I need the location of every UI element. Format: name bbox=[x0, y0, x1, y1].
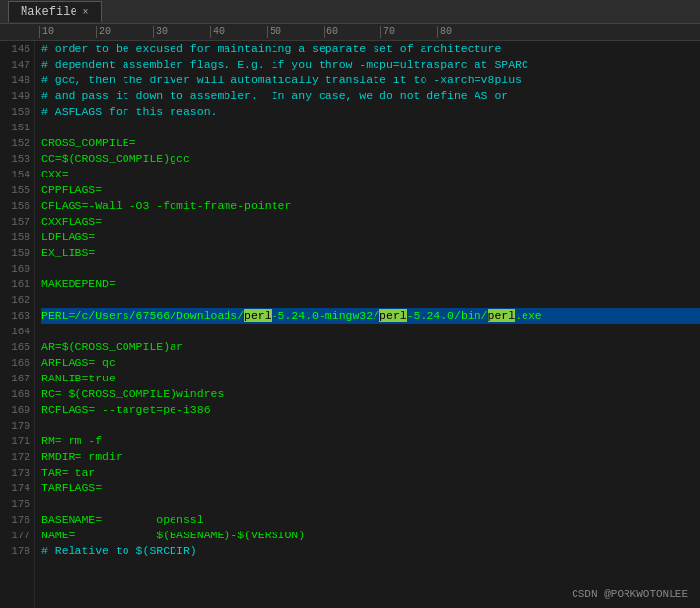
ruler-mark-50: 50 bbox=[267, 26, 324, 38]
code-line-167: RANLIB=true bbox=[41, 371, 700, 386]
code-line-156: CFLAGS=-Wall -O3 -fomit-frame-pointer bbox=[41, 198, 700, 214]
ruler-mark-20: 20 bbox=[96, 26, 153, 38]
line-number-147: 147 bbox=[4, 57, 30, 73]
line-number-148: 148 bbox=[4, 73, 30, 88]
code-line-157: CXXFLAGS= bbox=[41, 214, 700, 229]
code-line-158: LDFLAGS= bbox=[41, 229, 700, 245]
line-number-150: 150 bbox=[4, 104, 30, 120]
line-number-171: 171 bbox=[4, 433, 30, 449]
highlight-perl-3: perl bbox=[488, 309, 516, 322]
code-line-172: RMDIR= rmdir bbox=[41, 449, 700, 465]
code-line-162 bbox=[41, 292, 700, 308]
ruler-mark-30: 30 bbox=[153, 26, 210, 38]
code-line-178: # Relative to $(SRCDIR) bbox=[41, 543, 700, 559]
code-line-169: RCFLAGS= --target=pe-i386 bbox=[41, 402, 700, 418]
code-line-177: NAME= $(BASENAME)-$(VERSION) bbox=[41, 528, 700, 543]
code-line-168: RC= $(CROSS_COMPILE)windres bbox=[41, 386, 700, 402]
line-number-169: 169 bbox=[4, 402, 30, 418]
line-number-158: 158 bbox=[4, 229, 30, 245]
line-number-175: 175 bbox=[4, 496, 30, 512]
code-line-170 bbox=[41, 418, 700, 433]
line-number-178: 178 bbox=[4, 543, 30, 559]
line-number-177: 177 bbox=[4, 528, 30, 543]
line-number-173: 173 bbox=[4, 465, 30, 481]
ruler: 10 20 30 40 50 60 70 80 bbox=[0, 24, 700, 41]
code-line-175 bbox=[41, 496, 700, 512]
highlight-perl-1: perl bbox=[244, 309, 272, 322]
editor-wrapper: 1461471481491501511521531541551561571581… bbox=[0, 41, 700, 608]
code-line-147: # dependent assembler flags. E.g. if you… bbox=[41, 57, 700, 73]
line-number-160: 160 bbox=[4, 261, 30, 277]
code-area[interactable]: # order to be excused for maintaining a … bbox=[35, 41, 700, 608]
line-number-161: 161 bbox=[4, 277, 30, 292]
title-bar: Makefile × bbox=[0, 0, 700, 24]
code-line-163: PERL=/c/Users/67566/Downloads/perl-5.24.… bbox=[41, 308, 700, 324]
code-line-173: TAR= tar bbox=[41, 465, 700, 481]
code-line-146: # order to be excused for maintaining a … bbox=[41, 41, 700, 57]
code-line-176: BASENAME= openssl bbox=[41, 512, 700, 528]
code-line-160 bbox=[41, 261, 700, 277]
watermark: CSDN @PORKWOTONLEE bbox=[572, 588, 688, 600]
ruler-mark-70: 70 bbox=[380, 26, 437, 38]
code-line-151 bbox=[41, 120, 700, 135]
code-line-149: # and pass it down to assembler. In any … bbox=[41, 88, 700, 104]
line-number-170: 170 bbox=[4, 418, 30, 433]
line-number-176: 176 bbox=[4, 512, 30, 528]
line-number-159: 159 bbox=[4, 245, 30, 261]
line-number-153: 153 bbox=[4, 151, 30, 167]
code-line-154: CXX= bbox=[41, 167, 700, 182]
line-numbers: 1461471481491501511521531541551561571581… bbox=[0, 41, 35, 608]
code-line-166: ARFLAGS= qc bbox=[41, 355, 700, 371]
line-number-151: 151 bbox=[4, 120, 30, 135]
line-number-162: 162 bbox=[4, 292, 30, 308]
code-line-165: AR=$(CROSS_COMPILE)ar bbox=[41, 339, 700, 355]
line-number-152: 152 bbox=[4, 135, 30, 151]
line-number-172: 172 bbox=[4, 449, 30, 465]
editor[interactable]: 1461471481491501511521531541551561571581… bbox=[0, 41, 700, 608]
code-line-161: MAKEDEPEND= bbox=[41, 277, 700, 292]
code-line-152: CROSS_COMPILE= bbox=[41, 135, 700, 151]
code-line-148: # gcc, then the driver will automaticall… bbox=[41, 73, 700, 88]
ruler-mark-60: 60 bbox=[324, 26, 380, 38]
line-number-174: 174 bbox=[4, 481, 30, 496]
ruler-mark-10: 10 bbox=[39, 26, 96, 38]
ruler-marks: 10 20 30 40 50 60 70 80 bbox=[39, 26, 494, 38]
ruler-mark-40: 40 bbox=[210, 26, 267, 38]
code-line-159: EX_LIBS= bbox=[41, 245, 700, 261]
line-number-146: 146 bbox=[4, 41, 30, 57]
code-line-174: TARFLAGS= bbox=[41, 481, 700, 496]
highlight-perl-2: perl bbox=[379, 309, 407, 322]
ruler-mark-80: 80 bbox=[437, 26, 494, 38]
line-number-167: 167 bbox=[4, 371, 30, 386]
line-number-156: 156 bbox=[4, 198, 30, 214]
line-number-163: 163 bbox=[4, 308, 30, 324]
makefile-tab[interactable]: Makefile × bbox=[8, 1, 102, 22]
line-number-165: 165 bbox=[4, 339, 30, 355]
line-number-164: 164 bbox=[4, 324, 30, 339]
code-line-155: CPPFLAGS= bbox=[41, 182, 700, 198]
code-line-153: CC=$(CROSS_COMPILE)gcc bbox=[41, 151, 700, 167]
line-number-157: 157 bbox=[4, 214, 30, 229]
line-number-166: 166 bbox=[4, 355, 30, 371]
line-number-155: 155 bbox=[4, 182, 30, 198]
code-line-164 bbox=[41, 324, 700, 339]
line-number-149: 149 bbox=[4, 88, 30, 104]
tab-label: Makefile bbox=[21, 5, 77, 19]
code-line-171: RM= rm -f bbox=[41, 433, 700, 449]
code-line-150: # ASFLAGS for this reason. bbox=[41, 104, 700, 120]
line-number-168: 168 bbox=[4, 386, 30, 402]
tab-close-button[interactable]: × bbox=[83, 7, 89, 18]
line-number-154: 154 bbox=[4, 167, 30, 182]
